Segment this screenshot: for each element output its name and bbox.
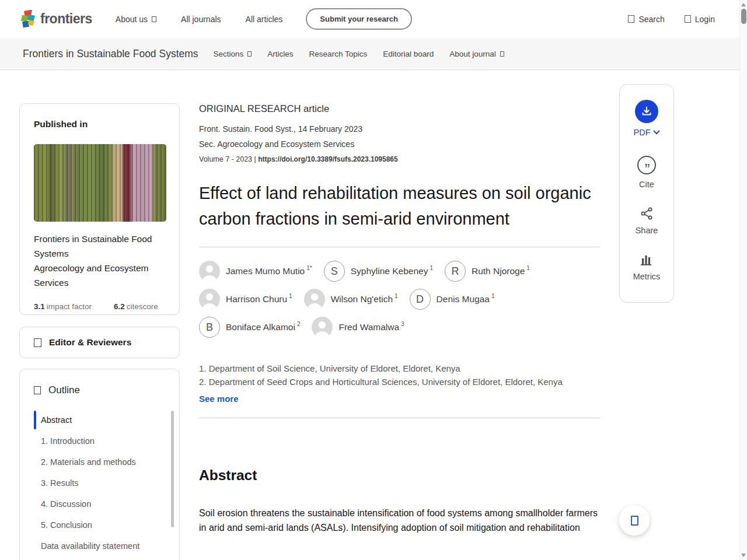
chevron-down-icon (653, 130, 660, 135)
feedback-floating-button[interactable] (619, 505, 650, 536)
jnav-editorial-board[interactable]: Editorial board (383, 50, 434, 58)
editor-reviewers-card[interactable]: Editor & Reviewers (19, 327, 180, 358)
citescore: 6.2citescore (114, 302, 158, 311)
outline-card: Outline Abstract 1. Introduction 2. Mate… (19, 369, 180, 560)
author-avatar-photo (199, 289, 220, 310)
pdf-dropdown[interactable]: PDF (634, 128, 660, 137)
abstract-heading: Abstract (199, 467, 600, 484)
outline-scrollbar[interactable] (171, 411, 174, 527)
author-name: Wilson Ng'etich (331, 294, 393, 304)
author-name: James Mumo Mutio (226, 266, 305, 276)
chevron-down-icon (152, 16, 156, 22)
person-icon (199, 289, 220, 310)
outline-item-materials-methods[interactable]: 2. Materials and methods (34, 452, 165, 473)
search-icon (628, 15, 634, 23)
submit-research-button[interactable]: Submit your research (306, 8, 412, 30)
author-superscript: 1* (306, 265, 312, 271)
author-name: Boniface Alkamoi (226, 322, 295, 332)
published-section-name[interactable]: Agroecology and Ecosystem Services (34, 261, 165, 290)
author-name: Ruth Njoroge (472, 266, 525, 276)
author-superscript: 3 (401, 321, 404, 327)
search-label: Search (638, 15, 664, 24)
see-more-link[interactable]: See more (199, 394, 239, 404)
published-journal-name[interactable]: Frontiers in Sustainable Food Systems (34, 232, 165, 261)
top-nav-right: Search Login (628, 15, 715, 24)
affiliation-2: 2. Department of Seed Crops and Horticul… (199, 376, 600, 389)
author-boniface-alkamoi[interactable]: B Boniface Alkamoi 2 (199, 317, 300, 338)
article-citation-line: Front. Sustain. Food Syst., 14 February … (199, 124, 600, 134)
scroll-down-arrow-icon[interactable] (741, 554, 746, 557)
divider (199, 418, 600, 418)
author-syphyline-kebeney[interactable]: S Syphyline Kebeney 1 (324, 261, 433, 282)
journal-title-link[interactable]: Frontiers in Sustainable Food Systems (23, 48, 198, 60)
journal-navbar: Frontiers in Sustainable Food Systems Se… (0, 38, 747, 70)
author-superscript: 1 (395, 293, 398, 299)
article-volume-doi-line: Volume 7 - 2023 | https://doi.org/10.338… (199, 155, 600, 163)
author-wilson-ngetich[interactable]: Wilson Ng'etich 1 (304, 289, 398, 310)
abstract-paragraph: Soil erosion threatens the sustainable i… (199, 506, 600, 535)
journal-cover-image[interactable] (34, 144, 166, 222)
article-type-label: ORIGINAL RESEARCH article (199, 103, 600, 114)
author-avatar-initial: R (445, 261, 466, 282)
person-icon (304, 289, 325, 310)
scroll-up-arrow-icon[interactable] (741, 3, 746, 6)
article-volume: Volume 7 - 2023 (199, 155, 252, 163)
quote-icon: ” (637, 156, 656, 174)
authors-list: James Mumo Mutio 1* S Syphyline Kebeney … (199, 261, 600, 338)
outline-title: Outline (48, 384, 80, 396)
author-harrison-churu[interactable]: Harrison Churu 1 (199, 289, 292, 310)
author-superscript: 1 (430, 265, 433, 271)
brand-name: frontiers (40, 11, 92, 27)
impact-factor-label: impact factor (47, 302, 92, 311)
nav-about-us[interactable]: About us (116, 15, 156, 24)
pdf-download-button[interactable] (635, 100, 658, 123)
login-label: Login (695, 15, 715, 24)
nav-all-journals-label: All journals (181, 15, 221, 24)
cite-button[interactable]: ” Cite (637, 156, 656, 189)
frontiers-logo-icon (20, 10, 36, 29)
impact-factor: 3.1impact factor (34, 302, 92, 311)
article-doi-link[interactable]: https://doi.org/10.3389/fsufs.2023.10958… (258, 155, 397, 163)
divider (199, 247, 600, 247)
metrics-button[interactable]: Metrics (633, 254, 661, 281)
outline-item-introduction[interactable]: 1. Introduction (34, 430, 165, 452)
outline-item-results[interactable]: 3. Results (34, 473, 165, 494)
person-icon (199, 261, 220, 282)
search-button[interactable]: Search (628, 15, 664, 24)
published-in-card: Published in Frontiers in Sustainable Fo… (19, 103, 180, 315)
jnav-research-topics[interactable]: Research Topics (309, 50, 368, 58)
outline-item-discussion[interactable]: 4. Discussion (34, 494, 165, 514)
author-denis-mugaa[interactable]: D Denis Mugaa 1 (410, 289, 495, 310)
outline-item-conclusion[interactable]: 5. Conclusion (34, 514, 165, 536)
share-label: Share (636, 226, 658, 235)
outline-item-abstract[interactable]: Abstract (34, 410, 165, 430)
scrollbar-thumb[interactable] (741, 9, 746, 24)
nav-all-journals[interactable]: All journals (181, 15, 221, 24)
author-name: Fred Wamalwa (338, 322, 399, 332)
jnav-articles[interactable]: Articles (267, 50, 293, 58)
author-james-mumo-mutio[interactable]: James Mumo Mutio 1* (199, 261, 312, 282)
frontiers-logo[interactable]: frontiers (20, 10, 92, 29)
affiliation-1: 1. Department of Soil Science, Universit… (199, 362, 600, 376)
published-in-heading: Published in (34, 119, 165, 130)
login-button[interactable]: Login (685, 15, 715, 24)
citescore-value: 6.2 (114, 302, 125, 311)
author-name: Harrison Churu (226, 294, 287, 304)
author-avatar-photo (304, 289, 325, 310)
jnav-research-topics-label: Research Topics (309, 50, 368, 58)
author-avatar-initial: B (199, 317, 220, 338)
jnav-sections-label: Sections (214, 50, 244, 58)
nav-about-us-label: About us (116, 15, 148, 24)
nav-all-articles-label: All articles (246, 15, 283, 24)
nav-all-articles[interactable]: All articles (246, 15, 283, 24)
page: frontiers About us All journals All arti… (0, 0, 747, 560)
share-button[interactable]: Share (636, 206, 658, 235)
jnav-about-journal[interactable]: About journal (449, 50, 504, 58)
outline-item-data-availability[interactable]: Data availability statement (34, 536, 165, 556)
author-ruth-njoroge[interactable]: R Ruth Njoroge 1 (445, 261, 530, 282)
jnav-sections[interactable]: Sections (214, 50, 252, 58)
outline-list: Abstract 1. Introduction 2. Materials an… (34, 410, 165, 556)
journal-metrics: 3.1impact factor 6.2citescore (34, 302, 165, 311)
page-scrollbar[interactable] (739, 0, 747, 560)
author-fred-wamalwa[interactable]: Fred Wamalwa 3 (312, 317, 404, 338)
